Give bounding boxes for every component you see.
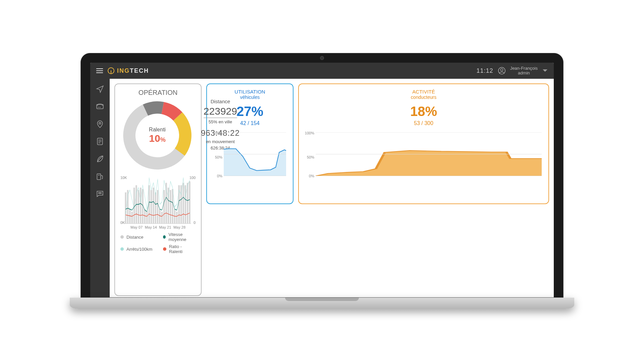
yaxis-label: 50% <box>212 155 222 159</box>
op-donut: Ralenti 10% <box>120 99 194 172</box>
nav-chat-icon[interactable] <box>96 189 104 198</box>
donut-label: Ralenti <box>149 127 166 133</box>
yaxis-label: 100% <box>212 131 222 135</box>
axis-label: 0 <box>194 221 196 225</box>
legend-dot <box>120 235 124 239</box>
svg-rect-31 <box>151 190 152 224</box>
brand-logo[interactable]: INGTECH <box>108 67 149 74</box>
distance-label: Distance <box>211 99 230 104</box>
svg-rect-46 <box>182 183 184 223</box>
user-icon[interactable] <box>498 67 505 74</box>
card-operation: OPÉRATION Ralenti 10% <box>114 83 202 296</box>
svg-point-6 <box>99 193 99 193</box>
legend-label: Vitesse moyenne <box>168 232 196 242</box>
x-label: May 14 <box>145 225 157 229</box>
svg-rect-47 <box>185 185 186 224</box>
donut-pct-sign: % <box>160 136 166 143</box>
card-title-bottom: conducteurs <box>304 95 543 100</box>
card-title-top: ACTIVITÉ <box>304 89 543 95</box>
app-body: UTILISATION véhicules 27% 42 / 154 100% … <box>90 79 554 297</box>
legend-item: Ratio - Ralenti <box>163 244 196 254</box>
yaxis-label: 50% <box>304 155 314 159</box>
laptop-base <box>70 298 574 309</box>
card-activite: ACTIVITÉ conducteurs 18% 53 / 300 100% 5… <box>298 83 549 204</box>
axis-label: 10K <box>120 176 127 180</box>
legend-dot <box>120 247 124 251</box>
laptop-bezel: INGTECH 11:12 Jean-François admin UTILIS… <box>80 53 564 298</box>
chevron-down-icon[interactable] <box>542 69 548 72</box>
svg-point-7 <box>100 193 100 193</box>
legend-label: Arrêts/100km <box>126 247 152 252</box>
nav-leaf-icon[interactable] <box>96 155 104 163</box>
legend-dot <box>163 235 166 239</box>
svg-rect-21 <box>129 209 130 224</box>
topbar: INGTECH 11:12 Jean-François admin <box>90 63 554 79</box>
clock: 11:12 <box>477 67 493 74</box>
op-legend: DistanceVitesse moyenneArrêts/100kmRatio… <box>120 232 196 254</box>
donut-pct: 10 <box>149 133 160 144</box>
svg-rect-38 <box>165 183 167 223</box>
svg-rect-19 <box>125 192 126 224</box>
svg-rect-35 <box>159 209 160 224</box>
op-title: OPÉRATION <box>120 89 196 97</box>
axis-label: 100 <box>190 176 196 180</box>
svg-rect-5 <box>97 174 101 179</box>
legend-item: Distance <box>120 232 153 242</box>
legend-label: Distance <box>126 235 144 240</box>
op-combo-chart: 10K 0K 100 0 May 07May 14May 21May 28 <box>120 176 196 229</box>
nav-clipboard-icon[interactable] <box>96 137 104 146</box>
distance-value: 223929 <box>204 106 237 118</box>
svg-rect-34 <box>157 190 158 224</box>
svg-rect-37 <box>163 190 165 224</box>
svg-rect-49 <box>189 181 190 224</box>
sidebar <box>90 79 110 297</box>
user-name: Jean-François <box>510 66 538 71</box>
activite-chart: 100% 50% 0% <box>304 131 543 181</box>
svg-point-3 <box>99 122 101 124</box>
nav-cursor-icon[interactable] <box>96 85 104 94</box>
svg-point-1 <box>500 69 503 71</box>
legend-item: Vitesse moyenne <box>163 232 196 242</box>
nav-fuel-icon[interactable] <box>96 172 104 181</box>
yaxis-label: 0% <box>304 174 314 178</box>
brand-text-a: ING <box>117 67 130 74</box>
utilisation-chart: 100% 50% 0% <box>212 131 287 181</box>
x-label: May 21 <box>159 225 171 229</box>
yaxis-label: 100% <box>304 131 314 135</box>
legend-label: Ratio - Ralenti <box>169 244 196 254</box>
camera-dot <box>320 56 324 60</box>
svg-rect-41 <box>172 189 173 224</box>
dashboard: UTILISATION véhicules 27% 42 / 154 100% … <box>110 79 554 297</box>
svg-point-8 <box>101 193 101 193</box>
activite-ratio: 53 / 300 <box>304 120 543 126</box>
menu-icon[interactable] <box>96 68 103 73</box>
svg-rect-28 <box>144 209 146 224</box>
activite-percent: 18% <box>304 104 543 119</box>
op-summary: Ralenti 10% Distance 223929 55% en ville… <box>120 99 196 172</box>
svg-rect-29 <box>146 212 148 224</box>
x-label: May 28 <box>173 225 185 229</box>
svg-rect-36 <box>161 212 163 224</box>
city-pct: 55% en ville <box>209 119 232 124</box>
user-role: admin <box>518 71 530 75</box>
user-menu[interactable]: Jean-François admin <box>510 66 538 76</box>
legend-dot <box>163 247 166 251</box>
x-label: May 07 <box>130 225 143 229</box>
card-title-top: UTILISATION <box>212 89 287 95</box>
svg-rect-25 <box>138 190 139 224</box>
svg-rect-33 <box>155 192 156 224</box>
laptop-frame: INGTECH 11:12 Jean-François admin UTILIS… <box>80 53 564 309</box>
svg-rect-40 <box>170 190 171 224</box>
svg-rect-43 <box>176 212 177 224</box>
logo-icon <box>108 67 114 74</box>
axis-label: 0K <box>120 221 125 225</box>
svg-rect-26 <box>140 188 141 224</box>
combo-xlabels: May 07May 14May 21May 28 <box>130 225 185 229</box>
app-screen: INGTECH 11:12 Jean-François admin UTILIS… <box>90 63 554 297</box>
nav-pin-icon[interactable] <box>96 120 104 128</box>
nav-eld-icon[interactable] <box>96 102 104 111</box>
svg-rect-32 <box>153 188 154 224</box>
yaxis-label: 0% <box>212 174 222 178</box>
brand-text-b: TECH <box>130 67 149 74</box>
legend-item: Arrêts/100km <box>120 244 153 254</box>
